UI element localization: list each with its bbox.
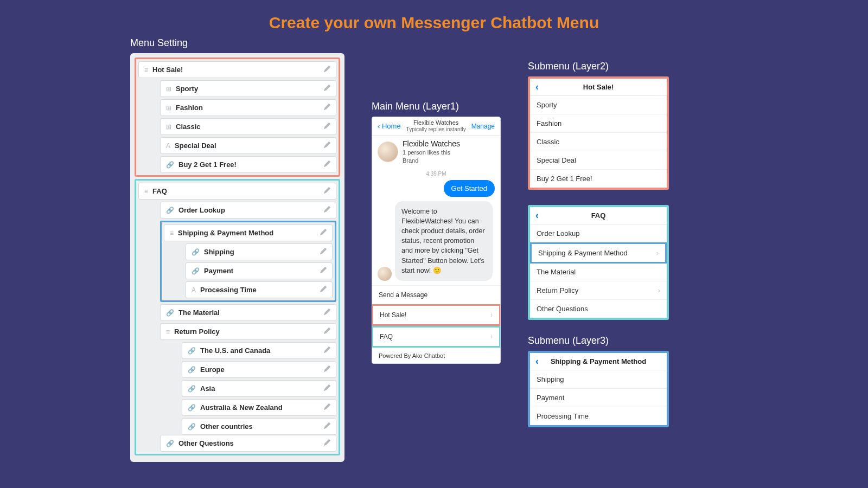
profile-section: Flexible Watches 1 person likes this Bra… — [372, 136, 500, 168]
drag-handle-icon[interactable]: ⊞ — [166, 123, 171, 131]
edit-icon[interactable] — [324, 66, 330, 74]
link-icon[interactable]: 🔗 — [188, 385, 196, 393]
menu-item-classic[interactable]: ⊞Classic — [160, 118, 336, 135]
brand-name: Flexible Watches — [406, 119, 466, 126]
back-icon[interactable]: ‹ — [535, 356, 539, 367]
submenu-item[interactable]: Sporty — [530, 96, 667, 114]
back-icon[interactable]: ‹ — [535, 210, 539, 221]
menu-item-material[interactable]: 🔗The Material — [160, 304, 336, 321]
submenu-item[interactable]: Buy 2 Get 1 Free! — [530, 170, 667, 188]
drag-handle-icon[interactable]: ≡ — [144, 66, 148, 74]
drag-handle-icon[interactable]: ≡ — [170, 229, 174, 237]
drag-handle-icon[interactable]: ⊞ — [166, 85, 171, 93]
menu-item-shipping[interactable]: 🔗Shipping — [186, 243, 333, 260]
chevron-right-icon: › — [656, 249, 659, 257]
back-icon[interactable]: ‹ — [535, 81, 539, 93]
link-icon[interactable]: 🔗 — [166, 309, 174, 317]
submenu-item[interactable]: Special Deal — [530, 151, 667, 170]
edit-icon[interactable] — [320, 248, 327, 256]
menu-item-other-countries[interactable]: 🔗Other countries — [182, 418, 336, 435]
submenu-item[interactable]: Processing Time — [530, 407, 667, 425]
edit-icon[interactable] — [324, 384, 330, 393]
edit-icon[interactable] — [324, 206, 330, 214]
menu-option-faq[interactable]: FAQ› — [372, 326, 501, 348]
edit-icon[interactable] — [324, 160, 330, 169]
menu-item-payment[interactable]: 🔗Payment — [186, 262, 333, 279]
menu-item-buy2[interactable]: 🔗Buy 2 Get 1 Free! — [160, 156, 336, 173]
edit-icon[interactable] — [324, 403, 330, 412]
submenu-title: Shipping & Payment Method — [535, 357, 661, 365]
menu-item-label: Australia & New Zealand — [200, 403, 324, 412]
menu-item-special-deal[interactable]: ASpecial Deal — [160, 137, 336, 154]
link-icon[interactable]: 🔗 — [188, 404, 196, 412]
edit-icon[interactable] — [324, 346, 330, 355]
send-message-input[interactable]: Send a Message — [372, 285, 500, 304]
edit-icon[interactable] — [324, 422, 330, 431]
edit-icon[interactable] — [324, 123, 330, 131]
messenger-header: ‹ Home Flexible Watches Typically replie… — [372, 117, 500, 136]
submenu-item[interactable]: Shipping — [530, 370, 667, 389]
submenu-item[interactable]: Fashion — [530, 114, 667, 133]
edit-icon[interactable] — [320, 267, 327, 275]
submenu-item[interactable]: Classic — [530, 133, 667, 151]
drag-handle-icon[interactable]: ⊞ — [166, 104, 171, 112]
edit-icon[interactable] — [324, 142, 330, 150]
profile-type: Brand — [403, 157, 460, 164]
menu-item-label: Buy 2 Get 1 Free! — [178, 160, 324, 169]
drag-handle-icon[interactable]: A — [192, 286, 196, 294]
edit-icon[interactable] — [324, 309, 330, 317]
submenu-item[interactable]: The Material — [530, 263, 667, 281]
submenu-item[interactable]: Other Questions — [530, 300, 667, 318]
menu-item-asia[interactable]: 🔗Asia — [182, 380, 336, 397]
back-label: Home — [382, 122, 401, 130]
menu-item-label: Shipping — [204, 248, 320, 256]
menu-item-other-questions[interactable]: 🔗Other Questions — [160, 435, 336, 452]
menu-item-us-canada[interactable]: 🔗The U.S. and Canada — [182, 342, 336, 359]
edit-icon[interactable] — [324, 365, 330, 374]
powered-by[interactable]: Powered By Ako Chatbot — [372, 348, 500, 363]
main-menu-label: Main Menu (Layer1) — [372, 101, 501, 112]
edit-icon[interactable] — [320, 286, 327, 294]
link-icon[interactable]: 🔗 — [188, 423, 196, 431]
menu-item-europe[interactable]: 🔗Europe — [182, 361, 336, 378]
edit-icon[interactable] — [324, 85, 330, 93]
drag-handle-icon[interactable]: ≡ — [144, 188, 148, 195]
submenu-item-shipping-payment[interactable]: Shipping & Payment Method› — [530, 242, 667, 264]
edit-icon[interactable] — [320, 229, 327, 237]
edit-icon[interactable] — [324, 187, 330, 195]
drag-handle-icon[interactable]: A — [166, 142, 170, 150]
menu-item-label: Asia — [200, 384, 324, 393]
link-icon[interactable]: 🔗 — [166, 207, 174, 214]
link-icon[interactable]: 🔗 — [188, 366, 196, 374]
get-started-bubble[interactable]: Get Started — [444, 180, 495, 197]
link-icon[interactable]: 🔗 — [192, 267, 200, 275]
submenu-item[interactable]: Return Policy› — [530, 281, 667, 300]
menu-item-sporty[interactable]: ⊞Sporty — [160, 80, 336, 97]
menu-item-aus-nz[interactable]: 🔗Australia & New Zealand — [182, 399, 336, 416]
edit-icon[interactable] — [324, 104, 330, 112]
menu-item-hot-sale[interactable]: ≡ Hot Sale! — [138, 61, 336, 78]
link-icon[interactable]: 🔗 — [192, 248, 200, 256]
submenu-item[interactable]: Payment — [530, 389, 667, 407]
menu-item-label: Order Lookup — [178, 206, 324, 214]
submenu-item[interactable]: Order Lookup — [530, 224, 667, 243]
edit-icon[interactable] — [324, 439, 330, 447]
menu-option-hot-sale[interactable]: Hot Sale!› — [372, 304, 501, 326]
menu-item-order-lookup[interactable]: 🔗Order Lookup — [160, 202, 336, 219]
link-icon[interactable]: 🔗 — [166, 440, 174, 447]
edit-icon[interactable] — [324, 328, 330, 336]
manage-link[interactable]: Manage — [471, 123, 495, 130]
menu-item-return-policy[interactable]: ≡Return Policy — [160, 323, 336, 340]
submenu-faq: ‹FAQ Order Lookup Shipping & Payment Met… — [528, 205, 669, 320]
link-icon[interactable]: 🔗 — [188, 347, 196, 355]
menu-item-processing[interactable]: AProcessing Time — [186, 281, 333, 298]
item-label: Shipping & Payment Method — [538, 249, 628, 257]
menu-item-shipping-payment[interactable]: ≡Shipping & Payment Method — [164, 224, 333, 241]
submenu-layer3-label: Submenu (Layer3) — [528, 335, 669, 346]
back-home-link[interactable]: ‹ Home — [378, 122, 401, 130]
menu-item-faq[interactable]: ≡FAQ — [138, 183, 336, 200]
menu-item-label: Shipping & Payment Method — [178, 229, 320, 237]
menu-item-fashion[interactable]: ⊞Fashion — [160, 99, 336, 116]
drag-handle-icon[interactable]: ≡ — [166, 328, 170, 336]
link-icon[interactable]: 🔗 — [166, 161, 174, 169]
